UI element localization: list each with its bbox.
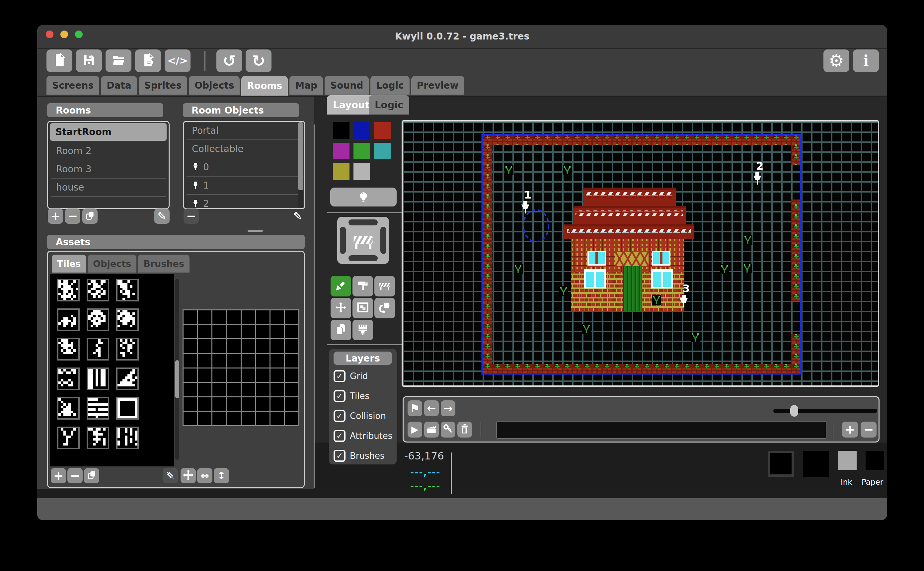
room-item[interactable]: Room 3 <box>51 160 166 179</box>
tile-thumbnail[interactable] <box>116 397 139 420</box>
color-slot-2[interactable] <box>803 451 829 477</box>
remove-object-button[interactable]: − <box>183 208 199 224</box>
tile-thumbnail[interactable] <box>57 367 80 390</box>
tab-data[interactable]: Data <box>101 76 137 95</box>
palette-color-3[interactable] <box>374 122 391 139</box>
tab-rooms[interactable]: Rooms <box>241 76 288 96</box>
preview-grid-cell[interactable] <box>256 369 270 382</box>
preview-grid-cell[interactable] <box>213 369 226 382</box>
preview-grid-cell[interactable] <box>242 369 255 382</box>
tiles-scrollbar[interactable] <box>175 279 179 460</box>
palette-color-1[interactable] <box>333 122 350 139</box>
tile-thumbnail[interactable] <box>87 309 109 331</box>
tile-thumbnail[interactable] <box>116 279 139 301</box>
tile-thumbnail[interactable] <box>57 397 80 420</box>
fence-tool-button[interactable] <box>374 276 395 296</box>
preview-grid-cell[interactable] <box>242 412 255 425</box>
palette-color-2[interactable] <box>353 122 370 139</box>
preview-grid-cell[interactable] <box>256 383 270 397</box>
ink-swatch[interactable] <box>838 451 857 470</box>
preview-grid-cell[interactable] <box>183 397 197 411</box>
preview-grid-cell[interactable] <box>242 339 255 353</box>
preview-grid-cell[interactable] <box>183 325 197 339</box>
toolbar-redo-button[interactable]: ↻ <box>246 49 271 72</box>
tile-thumbnail[interactable] <box>87 338 109 361</box>
trash-button[interactable] <box>457 421 472 438</box>
copy-pages-tool-button[interactable] <box>331 320 351 340</box>
assets-tab-objects[interactable]: Objects <box>88 255 136 273</box>
tile-thumbnail[interactable] <box>87 279 109 301</box>
preview-grid-cell[interactable] <box>271 383 284 397</box>
tab-screens[interactable]: Screens <box>46 76 99 95</box>
preview-grid-cell[interactable] <box>256 310 270 324</box>
preview-grid-cell[interactable] <box>256 325 270 339</box>
room-objects-scrollbar[interactable] <box>298 122 303 208</box>
preview-grid-cell[interactable] <box>271 310 284 324</box>
paint-roller-tool-button[interactable] <box>353 276 373 296</box>
duplicate-room-button[interactable] <box>82 208 98 224</box>
zoom-slider[interactable] <box>773 409 877 413</box>
preview-grid-cell[interactable] <box>271 354 284 367</box>
preview-grid-cell[interactable] <box>183 354 197 367</box>
preview-grid-cell[interactable] <box>198 397 212 411</box>
preview-grid-cell[interactable] <box>256 339 270 353</box>
edit-room-button[interactable]: ✎ <box>154 208 169 224</box>
preview-grid-cell[interactable] <box>285 397 298 411</box>
preview-grid-cell[interactable] <box>227 310 241 324</box>
tile-thumbnail[interactable] <box>116 427 139 449</box>
preview-grid-cell[interactable] <box>213 339 226 353</box>
tile-thumbnail[interactable] <box>87 367 109 390</box>
preview-grid-cell[interactable] <box>285 369 298 382</box>
preview-grid-cell[interactable] <box>183 383 197 397</box>
preview-grid-cell[interactable] <box>271 369 284 382</box>
palette-color-8[interactable] <box>353 164 370 180</box>
flag-button[interactable]: ⚑ <box>408 400 422 416</box>
preview-grid-cell[interactable] <box>256 412 270 425</box>
preview-grid-cell[interactable] <box>242 397 255 411</box>
add-asset-button[interactable]: + <box>51 468 66 483</box>
preview-grid-cell[interactable] <box>242 325 255 339</box>
room-objects-scrollbar-thumb[interactable] <box>298 122 303 190</box>
light-toggle-button[interactable] <box>330 188 397 207</box>
toolbar-new-file-button[interactable] <box>46 49 72 72</box>
paper-swatch[interactable] <box>865 451 884 470</box>
preview-grid-cell[interactable] <box>242 354 255 367</box>
edit-object-button[interactable]: ✎ <box>290 208 305 224</box>
preview-grid-cell[interactable] <box>285 383 298 397</box>
toolbar-export-file-button[interactable] <box>135 49 161 72</box>
toolbar-code-button[interactable]: </> <box>165 49 191 72</box>
preview-grid-cell[interactable] <box>271 397 284 411</box>
preview-grid-cell[interactable] <box>198 354 212 367</box>
duplicate-asset-button[interactable] <box>84 468 99 483</box>
duplicate-tool-button[interactable] <box>374 298 395 318</box>
flip-horizontal-button[interactable]: ↔ <box>197 468 213 483</box>
tab-logic[interactable]: Logic <box>370 76 409 95</box>
tile-border-mode-button[interactable] <box>337 217 389 264</box>
zoom-slider-thumb[interactable] <box>790 405 798 417</box>
tile-thumbnail[interactable] <box>57 338 80 361</box>
preview-grid-cell[interactable] <box>227 339 241 353</box>
tab-map[interactable]: Map <box>290 76 323 95</box>
play-button[interactable]: ▶ <box>408 421 422 438</box>
preview-grid-cell[interactable] <box>183 339 197 353</box>
edit-asset-button[interactable]: ✎ <box>163 468 178 483</box>
preview-grid-cell[interactable] <box>213 383 226 397</box>
toolbar-save-button[interactable] <box>76 49 102 72</box>
preview-grid-cell[interactable] <box>227 412 241 425</box>
tab-layout[interactable]: Layout <box>327 95 376 114</box>
horizontal-splitter-handle[interactable] <box>248 230 263 232</box>
palette-color-7[interactable] <box>333 164 350 180</box>
preview-grid-cell[interactable] <box>198 369 212 382</box>
room-object-item[interactable]: Collectable <box>186 140 302 158</box>
map-canvas[interactable]: 1 2 3 <box>402 120 879 387</box>
preview-grid-cell[interactable] <box>198 412 212 425</box>
preview-grid-cell[interactable] <box>198 325 212 339</box>
canvas-minus-button[interactable]: − <box>861 421 876 438</box>
assets-tab-tiles[interactable]: Tiles <box>52 255 86 273</box>
move-tool-button[interactable] <box>331 298 351 318</box>
preview-grid-cell[interactable] <box>227 369 241 382</box>
toolbar-info-button[interactable]: i <box>853 49 879 72</box>
tiles-scrollbar-thumb[interactable] <box>175 360 179 398</box>
layer-checkbox-collision[interactable]: ✓ <box>334 410 345 422</box>
move-asset-button[interactable] <box>180 468 196 483</box>
